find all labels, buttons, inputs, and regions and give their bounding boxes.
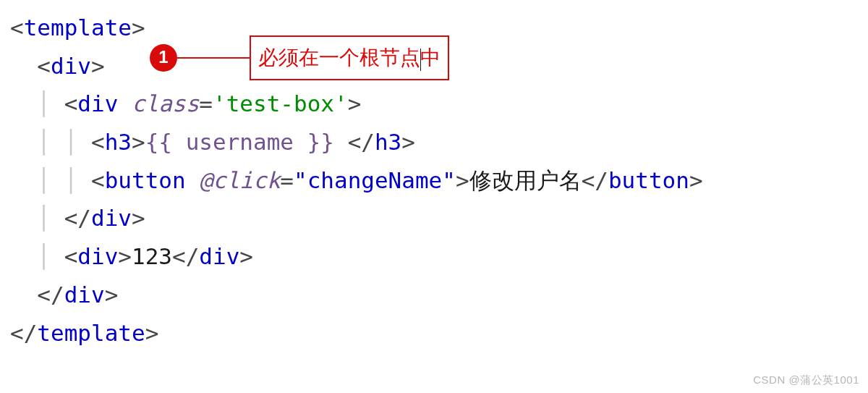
angle-bracket: </ [64, 205, 91, 231]
code-line: │ <div>123</div> [10, 237, 858, 276]
callout-text-before: 必须在一个根节点 [258, 46, 420, 69]
angle-bracket: < [37, 53, 51, 79]
string-value: test-box [226, 90, 334, 117]
indent-guide: │ [10, 85, 64, 123]
string-value: changeName [307, 167, 443, 193]
attr-name: @click [199, 167, 280, 193]
indent-guide: │ │ [10, 161, 91, 200]
indent-guide: │ │ [10, 123, 91, 161]
angle-bracket: </ [10, 320, 37, 346]
indent-guide: │ [10, 237, 64, 276]
tag-name: div [64, 282, 105, 308]
element-text: 123 [132, 243, 172, 269]
tag-name: template [24, 14, 132, 41]
angle-bracket: </ [172, 243, 199, 269]
angle-bracket: > [401, 129, 415, 155]
mustache-expression: {{ username }} [145, 129, 334, 155]
angle-bracket: > [239, 243, 253, 269]
string-quote: ' [334, 90, 348, 117]
angle-bracket: > [689, 167, 703, 193]
indent-guide [10, 47, 37, 85]
code-line: </div> [10, 276, 858, 314]
angle-bracket: > [456, 167, 469, 193]
callout-text-after: 中 [420, 46, 441, 69]
code-line: │ │ <button @click="changeName">修改用户名</b… [10, 161, 858, 200]
angle-bracket: </ [348, 129, 375, 155]
tag-name: template [37, 320, 145, 346]
angle-bracket: > [105, 282, 119, 308]
angle-bracket: > [132, 14, 145, 41]
tag-name: div [51, 53, 91, 79]
code-line: │ </div> [10, 199, 858, 237]
space [334, 129, 348, 155]
code-line: │ │ <h3>{{ username }} </h3> [10, 123, 858, 161]
tag-name: h3 [375, 129, 401, 155]
angle-bracket: < [91, 167, 105, 193]
code-line: │ <div class='test-box'> [10, 85, 858, 123]
code-line: </template> [10, 314, 858, 352]
equals-sign: = [280, 167, 294, 193]
angle-bracket: > [145, 320, 159, 346]
tag-name: div [91, 205, 132, 231]
angle-bracket: > [118, 243, 132, 269]
angle-bracket: < [64, 90, 78, 117]
connector-line [177, 57, 250, 59]
angle-bracket: > [348, 90, 362, 117]
indent-guide: │ [10, 199, 64, 237]
element-text: 修改用户名 [469, 167, 582, 193]
string-quote: " [294, 167, 307, 193]
tag-name: div [77, 90, 118, 117]
attr-name: class [132, 90, 199, 117]
tag-name: h3 [105, 129, 132, 155]
tag-name: div [77, 243, 118, 269]
string-quote: " [442, 167, 456, 193]
angle-bracket: < [91, 129, 105, 155]
tag-name: button [105, 167, 186, 193]
tag-name: button [608, 167, 689, 193]
angle-bracket: > [132, 129, 145, 155]
tag-name: div [199, 243, 239, 269]
indent-guide [10, 276, 37, 314]
string-quote: ' [213, 90, 226, 117]
callout-box: 必须在一个根节点中 [250, 35, 449, 80]
angle-bracket: </ [37, 282, 64, 308]
badge-number-icon: 1 [150, 44, 177, 72]
annotation-callout: 1 必须在一个根节点中 [150, 35, 449, 80]
equals-sign: = [199, 90, 213, 117]
angle-bracket: < [10, 14, 24, 41]
watermark: CSDN @蒲公英1001 [753, 371, 859, 389]
angle-bracket: > [132, 205, 145, 231]
angle-bracket: < [64, 243, 78, 269]
angle-bracket: </ [582, 167, 608, 193]
angle-bracket: > [91, 53, 105, 79]
